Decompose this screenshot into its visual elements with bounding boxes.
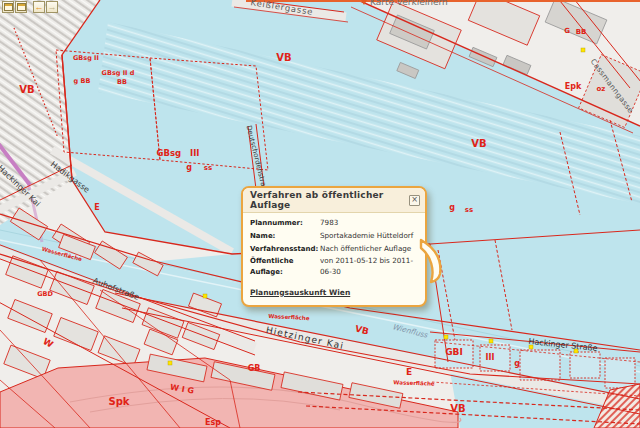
zone-label-gbd: GBD [37,290,53,298]
field-value-auflage: von 2011-05-12 bis 2011-06-30 [320,256,419,278]
popup-field-row: Name: Sportakademie Hütteldorf [250,231,419,242]
zone-label-gb-a: GB [248,364,261,373]
collapse-map-control[interactable]: Karte verkleinern [361,0,448,7]
popup-body: Plannummer: 7983 Name: Sportakademie Hüt… [243,213,425,305]
arrow-left-icon: ← [35,3,44,12]
zone-label-e-c: E [406,367,412,377]
zone-label-gbi: GBI [445,347,463,357]
map-toolbar: ← → [2,1,58,13]
zone-label-esp: Esp [205,418,221,427]
arrow-right-icon: → [48,3,57,12]
zone-label-e-a: E [94,203,99,212]
popup-field-row: Öffentliche Auflage: von 2011-05-12 bis … [250,256,419,278]
popup-header: Verfahren ab öffentlicher Auflage × [243,188,425,213]
planungsauskunft-link[interactable]: Planungsauskunft Wien [250,288,350,297]
field-value-plannummer: 7983 [320,218,419,229]
zone-label-vb-right: VB [471,138,486,149]
window-button-2[interactable] [15,1,27,13]
zone-label-ss-b: ss [465,206,473,214]
field-label-auflage: Öffentliche Auflage: [250,256,320,278]
field-label-name: Name: [250,231,320,242]
zone-label-iii: III [486,353,495,362]
zone-label-gbb: g BB [74,77,91,85]
popup-field-row: Verfahrensstand: Nach öffentlicher Aufla… [250,244,419,255]
popup-title: Verfahren ab öffentlicher Auflage [250,190,409,210]
zone-label-gbsg3: GBsg III [156,148,199,158]
zone-label-epk: Epk [565,82,582,91]
window-icon [4,3,13,11]
chevron-down-icon [361,0,367,5]
back-button[interactable]: ← [33,1,45,13]
zone-label-ss-a: ss [204,164,212,172]
zone-label-g-c: g [514,359,520,368]
collapse-map-label: Karte verkleinern [370,0,448,7]
zone-label-g-a: g [186,163,192,172]
forward-button[interactable]: → [46,1,58,13]
zone-label-vb-upper: VB [276,52,291,63]
zone-label-vb-yard: VB [19,84,34,95]
map-viewport: Keißlergasse Cassmanngasse Hadikgasse Ha… [0,0,640,428]
zone-label-g-d: G [564,27,570,35]
field-value-name: Sportakademie Hütteldorf [320,231,419,242]
zone-label-gbsg2: GBsg II [73,54,99,62]
zone-label-oz: oz [597,85,606,93]
field-label-verfahrensstand: Verfahrensstand: [250,244,320,255]
zone-label-vb-lower: VB [450,403,465,414]
zone-label-bb-a: BB [117,78,127,86]
window-button-1[interactable] [2,1,14,13]
zone-label-gbsg2d: GBsg II d [102,69,135,77]
window-icon [17,3,26,11]
info-popup: Verfahren ab öffentlicher Auflage × Plan… [241,186,427,307]
popup-tail [419,238,449,284]
zone-label-g-b: g [449,203,455,212]
zone-label-spk: Spk [108,396,129,407]
field-value-verfahrensstand: Nach öffentlicher Auflage [320,244,419,255]
field-label-plannummer: Plannummer: [250,218,320,229]
popup-field-row: Plannummer: 7983 [250,218,419,229]
close-icon[interactable]: × [409,195,420,206]
zone-label-bb-b: BB [576,28,587,36]
